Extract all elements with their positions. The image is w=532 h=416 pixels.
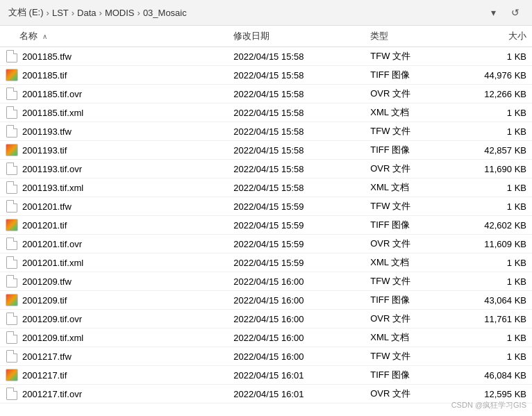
- file-date-cell: 2022/04/15 15:58: [228, 122, 365, 141]
- title-bar-actions: ▾ ↺: [485, 4, 524, 21]
- file-type-cell: TFW 文件: [365, 347, 456, 366]
- file-list-container: 名称 ∧ 修改日期 类型 大小 2001185.tfw2022/04/15 15…: [0, 26, 532, 414]
- file-date-cell: 2022/04/15 15:58: [228, 178, 365, 197]
- file-type-cell: TIFF 图像: [365, 66, 456, 85]
- table-row[interactable]: 2001217.tfw2022/04/15 16:00TFW 文件1 KB: [0, 347, 532, 366]
- tiff-icon: [6, 294, 18, 306]
- table-row[interactable]: 2001193.tif.xml2022/04/15 15:58XML 文档1 K…: [0, 178, 532, 197]
- file-name-label: 2001201.tif: [22, 220, 67, 231]
- file-date-cell: 2022/04/15 16:00: [228, 310, 365, 328]
- file-date-cell: 2022/04/15 16:00: [228, 347, 365, 366]
- file-name-label: 2001193.tif.ovr: [22, 164, 82, 174]
- file-type-cell: TIFF 图像: [365, 366, 456, 385]
- breadcrumb-sep: ›: [47, 8, 49, 18]
- file-tbody: 2001185.tfw2022/04/15 15:58TFW 文件1 KB200…: [0, 47, 532, 403]
- file-icon: [6, 200, 17, 213]
- file-type-cell: TFW 文件: [365, 197, 456, 216]
- file-icon: [6, 88, 17, 100]
- file-name-cell: 2001193.tif: [0, 141, 228, 160]
- table-row[interactable]: 2001185.tfw2022/04/15 15:58TFW 文件1 KB: [0, 47, 532, 66]
- table-row[interactable]: 2001201.tif.ovr2022/04/15 15:59OVR 文件11,…: [0, 235, 532, 253]
- file-icon: [6, 106, 17, 119]
- table-row[interactable]: 2001209.tif2022/04/15 16:00TIFF 图像43,064…: [0, 291, 532, 310]
- file-name-cell: 2001185.tif.xml: [0, 103, 228, 122]
- file-name-cell: 2001193.tfw: [0, 122, 228, 141]
- file-size-cell: 46,084 KB: [456, 366, 532, 385]
- breadcrumb-sep: ›: [99, 8, 102, 18]
- table-row[interactable]: 2001185.tif.ovr2022/04/15 15:58OVR 文件12,…: [0, 85, 532, 103]
- file-icon: [6, 313, 17, 325]
- table-row[interactable]: 2001193.tif.ovr2022/04/15 15:58OVR 文件11,…: [0, 160, 532, 178]
- file-size-cell: 1 KB: [456, 347, 532, 366]
- file-name-cell: 2001201.tif.ovr: [0, 235, 228, 253]
- breadcrumb-segment[interactable]: 03_Mosaic: [143, 8, 187, 18]
- file-date-cell: 2022/04/15 15:59: [228, 253, 365, 272]
- table-row[interactable]: 2001193.tfw2022/04/15 15:58TFW 文件1 KB: [0, 122, 532, 141]
- file-name-label: 2001209.tif.xml: [22, 333, 83, 343]
- table-row[interactable]: 2001201.tif2022/04/15 15:59TIFF 图像42,602…: [0, 216, 532, 235]
- tiff-icon: [6, 219, 18, 231]
- file-name-label: 2001217.tif: [22, 370, 67, 381]
- file-date-cell: 2022/04/15 15:59: [228, 235, 365, 253]
- file-icon: [6, 275, 17, 288]
- file-type-cell: TFW 文件: [365, 272, 456, 291]
- breadcrumb-segment[interactable]: 文档 (E:): [8, 6, 44, 19]
- chevron-down-button[interactable]: ▾: [485, 4, 501, 21]
- file-size-cell: 1 KB: [456, 253, 532, 272]
- table-row[interactable]: 2001201.tif.xml2022/04/15 15:59XML 文档1 K…: [0, 253, 532, 272]
- file-date-cell: 2022/04/15 15:58: [228, 66, 365, 85]
- file-name-cell: 2001201.tif: [0, 216, 228, 235]
- file-name-cell: 2001201.tif.xml: [0, 253, 228, 272]
- file-type-cell: XML 文档: [365, 253, 456, 272]
- file-name-cell: 2001193.tif.xml: [0, 178, 228, 197]
- table-row[interactable]: 2001209.tif.xml2022/04/15 16:00XML 文档1 K…: [0, 328, 532, 347]
- file-icon: [6, 238, 17, 250]
- file-name-label: 2001217.tif.ovr: [22, 389, 82, 399]
- file-name-cell: 2001185.tif: [0, 66, 228, 85]
- file-size-cell: 1 KB: [456, 103, 532, 122]
- file-size-cell: 1 KB: [456, 122, 532, 141]
- file-date-cell: 2022/04/15 16:01: [228, 366, 365, 385]
- file-type-cell: TIFF 图像: [365, 291, 456, 310]
- table-row[interactable]: 2001217.tif.ovr2022/04/15 16:01OVR 文件12,…: [0, 385, 532, 403]
- col-header-name[interactable]: 名称 ∧: [0, 26, 228, 47]
- col-header-date[interactable]: 修改日期: [228, 26, 365, 47]
- table-row[interactable]: 2001209.tfw2022/04/15 16:00TFW 文件1 KB: [0, 272, 532, 291]
- file-name-cell: 2001193.tif.ovr: [0, 160, 228, 178]
- file-name-label: 2001217.tfw: [22, 351, 72, 362]
- breadcrumb-sep: ›: [72, 8, 74, 18]
- file-date-cell: 2022/04/15 16:00: [228, 272, 365, 291]
- file-icon: [6, 331, 17, 344]
- file-icon: [6, 350, 17, 363]
- file-type-cell: TIFF 图像: [365, 141, 456, 160]
- table-row[interactable]: 2001185.tif.xml2022/04/15 15:58XML 文档1 K…: [0, 103, 532, 122]
- breadcrumb-segment[interactable]: Data: [77, 8, 96, 18]
- sort-arrow-icon: ∧: [42, 33, 47, 40]
- file-type-cell: TFW 文件: [365, 47, 456, 66]
- breadcrumb-segment[interactable]: LST: [52, 8, 69, 18]
- col-header-type[interactable]: 类型: [365, 26, 456, 47]
- breadcrumb-segment[interactable]: MODIS: [105, 8, 135, 18]
- col-header-size[interactable]: 大小: [456, 26, 532, 47]
- file-icon: [6, 163, 17, 175]
- file-type-cell: XML 文档: [365, 178, 456, 197]
- file-date-cell: 2022/04/15 15:58: [228, 103, 365, 122]
- file-date-cell: 2022/04/15 15:59: [228, 197, 365, 216]
- table-row[interactable]: 2001193.tif2022/04/15 15:58TIFF 图像42,857…: [0, 141, 532, 160]
- file-date-cell: 2022/04/15 16:00: [228, 328, 365, 347]
- file-table: 名称 ∧ 修改日期 类型 大小 2001185.tfw2022/04/15 15…: [0, 26, 532, 403]
- file-icon: [6, 388, 17, 400]
- table-row[interactable]: 2001209.tif.ovr2022/04/15 16:00OVR 文件11,…: [0, 310, 532, 328]
- file-name-label: 2001185.tfw: [22, 51, 72, 62]
- file-name-cell: 2001217.tif: [0, 366, 228, 385]
- table-row[interactable]: 2001201.tfw2022/04/15 15:59TFW 文件1 KB: [0, 197, 532, 216]
- table-row[interactable]: 2001185.tif2022/04/15 15:58TIFF 图像44,976…: [0, 66, 532, 85]
- refresh-button[interactable]: ↺: [507, 4, 524, 21]
- file-size-cell: 1 KB: [456, 47, 532, 66]
- file-name-label: 2001201.tif.xml: [22, 258, 83, 268]
- file-type-cell: TFW 文件: [365, 122, 456, 141]
- file-name-cell: 2001201.tfw: [0, 197, 228, 216]
- file-name-label: 2001201.tfw: [22, 201, 72, 212]
- table-row[interactable]: 2001217.tif2022/04/15 16:01TIFF 图像46,084…: [0, 366, 532, 385]
- tiff-icon: [6, 369, 18, 381]
